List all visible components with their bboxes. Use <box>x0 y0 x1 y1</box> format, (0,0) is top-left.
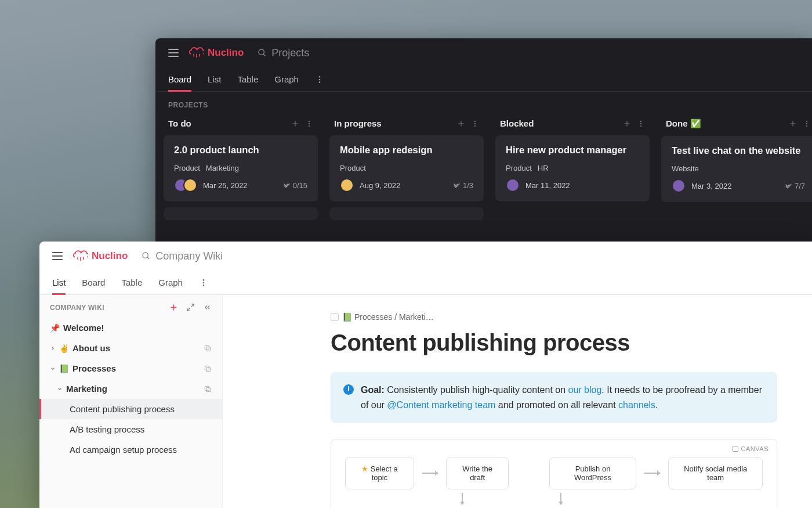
more-icon[interactable] <box>305 120 313 128</box>
tab-board[interactable]: Board <box>82 271 105 294</box>
add-icon[interactable] <box>457 120 465 128</box>
tag: Marketing <box>206 164 239 172</box>
copy-icon[interactable] <box>204 344 212 352</box>
svg-point-7 <box>309 120 310 121</box>
tag: Product <box>174 164 200 172</box>
avatars <box>174 178 197 192</box>
wiki-window: Nuclino Company Wiki List Board Table Gr… <box>39 242 812 508</box>
menu-icon[interactable] <box>168 49 179 57</box>
brand-logo[interactable]: Nuclino <box>73 250 128 262</box>
pin-icon: 📌 <box>50 323 60 333</box>
tab-graph[interactable]: Graph <box>158 271 183 294</box>
tab-list[interactable]: List <box>208 67 221 91</box>
more-icon[interactable] <box>315 75 324 84</box>
tag: Product <box>506 164 532 172</box>
link-channels[interactable]: channels <box>618 400 655 410</box>
view-tabs: List Board Table Graph <box>39 271 812 295</box>
search-label: Company Wiki <box>155 250 223 262</box>
canvas-label: CANVAS <box>732 445 768 452</box>
column-title: Blocked <box>500 118 534 128</box>
sidebar-item-ab-testing[interactable]: A/B testing process <box>39 419 222 439</box>
collapse-icon[interactable] <box>203 303 212 312</box>
svg-point-9 <box>309 125 310 126</box>
avatar <box>672 179 686 193</box>
svg-point-18 <box>640 123 641 124</box>
add-icon[interactable] <box>789 120 797 128</box>
card[interactable]: Hire new product manager ProductHR Mar 1… <box>495 135 650 201</box>
link-our-blog[interactable]: our blog <box>568 385 602 395</box>
card-progress: 7/7 <box>785 182 805 190</box>
add-icon[interactable] <box>623 120 631 128</box>
avatar <box>340 178 354 192</box>
sidebar-label: COMPANY WIKI <box>50 304 104 312</box>
svg-line-1 <box>263 54 265 56</box>
more-icon[interactable] <box>637 120 645 128</box>
column-in-progress: In progress Mobile app redesign Product … <box>329 114 484 220</box>
arrow-down-icon <box>560 493 561 505</box>
card-date: Mar 3, 2022 <box>691 182 731 190</box>
search-label: Projects <box>271 47 309 59</box>
breadcrumb[interactable]: 📗 Processes / Marketi… <box>331 312 777 322</box>
avatars <box>672 179 686 193</box>
canvas-icon <box>732 445 739 452</box>
menu-icon[interactable] <box>52 252 63 260</box>
card-title: Mobile app redesign <box>340 145 473 156</box>
svg-point-29 <box>203 284 205 286</box>
expand-icon[interactable] <box>186 303 195 312</box>
tab-board[interactable]: Board <box>168 67 191 91</box>
sidebar-item-processes[interactable]: 📗 Processes <box>39 358 222 379</box>
more-icon[interactable] <box>471 120 479 128</box>
view-tabs: Board List Table Graph <box>155 67 812 92</box>
copy-icon[interactable] <box>204 385 212 393</box>
add-icon[interactable] <box>291 120 299 128</box>
hand-icon: ✌️ <box>59 344 69 353</box>
flow-node[interactable]: Write the draft <box>446 457 509 489</box>
arrow-icon <box>644 473 660 474</box>
card[interactable]: Mobile app redesign Product Aug 9, 2022 … <box>329 135 484 201</box>
card[interactable] <box>329 207 484 220</box>
tab-table[interactable]: Table <box>237 67 258 91</box>
brand-logo[interactable]: Nuclino <box>189 46 244 59</box>
svg-rect-39 <box>205 386 209 390</box>
flow-diagram: ★ Select a topic Write the draft Publish… <box>345 457 763 489</box>
search-area[interactable]: Company Wiki <box>142 250 223 262</box>
sidebar-item-welcome[interactable]: 📌 Welcome! <box>39 318 222 338</box>
card[interactable]: 2.0 product launch ProductMarketing Mar … <box>164 135 318 201</box>
svg-point-17 <box>640 120 641 121</box>
flow-node[interactable]: Publish on WordPress <box>549 457 636 489</box>
sidebar-item-marketing[interactable]: Marketing <box>39 379 222 399</box>
more-icon[interactable] <box>199 278 208 287</box>
tab-list[interactable]: List <box>52 271 66 294</box>
card[interactable]: Test live chat on the website Website Ma… <box>661 136 812 202</box>
tab-graph[interactable]: Graph <box>274 67 299 91</box>
sidebar-item-about[interactable]: ✌️ About us <box>39 338 222 358</box>
flow-node[interactable]: Notify social media team <box>668 457 763 489</box>
flow-node[interactable]: ★ Select a topic <box>345 457 414 489</box>
column-done: Done ✅ Test live chat on the website Web… <box>661 114 812 220</box>
svg-rect-40 <box>733 446 738 452</box>
canvas-block[interactable]: CANVAS ★ Select a topic Write the draft … <box>331 439 777 508</box>
search-area[interactable]: Projects <box>258 47 309 59</box>
card[interactable] <box>164 207 318 220</box>
svg-point-14 <box>474 125 476 126</box>
svg-rect-37 <box>205 366 209 370</box>
link-content-team[interactable]: @Content marketing team <box>387 400 495 410</box>
copy-icon[interactable] <box>204 365 212 373</box>
sidebar-item-content-publishing[interactable]: Content publishing process <box>39 399 222 419</box>
more-icon[interactable] <box>803 120 811 128</box>
svg-point-13 <box>474 123 476 124</box>
sidebar-item-ad-campaign[interactable]: Ad campaign setup process <box>39 439 222 460</box>
tab-table[interactable]: Table <box>121 271 142 294</box>
svg-line-26 <box>147 257 149 259</box>
avatars <box>340 178 354 192</box>
svg-point-0 <box>259 49 264 55</box>
column-title: Done ✅ <box>666 118 701 129</box>
svg-point-22 <box>806 121 807 122</box>
checkbox-icon[interactable] <box>331 313 339 321</box>
brand-name: Nuclino <box>208 47 244 59</box>
brand-name: Nuclino <box>92 250 128 262</box>
card-title: Hire new product manager <box>506 145 639 156</box>
projects-window: Nuclino Projects Board List Table Graph … <box>155 38 812 243</box>
add-icon[interactable] <box>169 303 178 312</box>
card-date: Mar 11, 2022 <box>525 181 570 190</box>
